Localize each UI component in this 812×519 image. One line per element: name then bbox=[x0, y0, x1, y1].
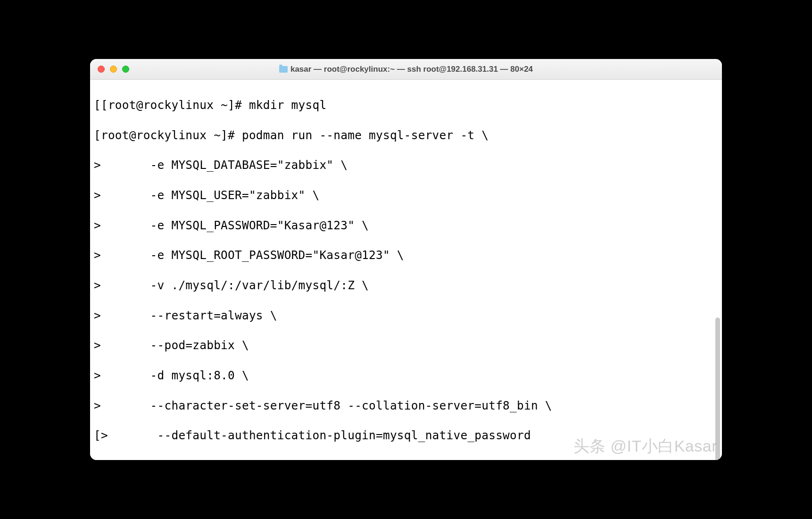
scrollbar-thumb[interactable] bbox=[715, 318, 720, 460]
terminal-line: > --character-set-server=utf8 --collatio… bbox=[94, 398, 718, 413]
terminal-body[interactable]: [[root@rockylinux ~]# mkdir mysql [root@… bbox=[90, 80, 722, 460]
title-bar: kasar — root@rockylinux:~ — ssh root@192… bbox=[90, 59, 722, 80]
terminal-window: kasar — root@rockylinux:~ — ssh root@192… bbox=[90, 59, 722, 460]
traffic-lights bbox=[98, 66, 129, 73]
terminal-line: > -e MYSQL_ROOT_PASSWORD="Kasar@123" \ bbox=[94, 248, 718, 263]
window-title-text: kasar — root@rockylinux:~ — ssh root@192… bbox=[290, 65, 533, 74]
terminal-line: > -e MYSQL_PASSWORD="Kasar@123" \ bbox=[94, 218, 718, 233]
terminal-line: > -e MYSQL_DATABASE="zabbix" \ bbox=[94, 158, 718, 173]
terminal-line: > -e MYSQL_USER="zabbix" \ bbox=[94, 188, 718, 203]
terminal-line: > --pod=zabbix \ bbox=[94, 338, 718, 353]
terminal-line: > --restart=always \ bbox=[94, 308, 718, 323]
terminal-line: > -v ./mysql/:/var/lib/mysql/:Z \ bbox=[94, 278, 718, 293]
terminal-line: [root@rockylinux ~]# podman run --name m… bbox=[94, 128, 718, 143]
terminal-line: > -d mysql:8.0 \ bbox=[94, 368, 718, 383]
terminal-line: [[root@rockylinux ~]# mkdir mysql bbox=[94, 98, 718, 113]
terminal-line: a2be068a8d4380e47be4c4affeb3dae4937912e4… bbox=[94, 458, 718, 460]
minimize-button[interactable] bbox=[110, 66, 117, 73]
scrollbar[interactable] bbox=[715, 287, 720, 456]
close-button[interactable] bbox=[98, 66, 105, 73]
terminal-line: [> --default-authentication-plugin=mysql… bbox=[94, 428, 718, 443]
folder-icon bbox=[279, 66, 288, 73]
maximize-button[interactable] bbox=[122, 66, 129, 73]
window-title: kasar — root@rockylinux:~ — ssh root@192… bbox=[90, 65, 722, 74]
